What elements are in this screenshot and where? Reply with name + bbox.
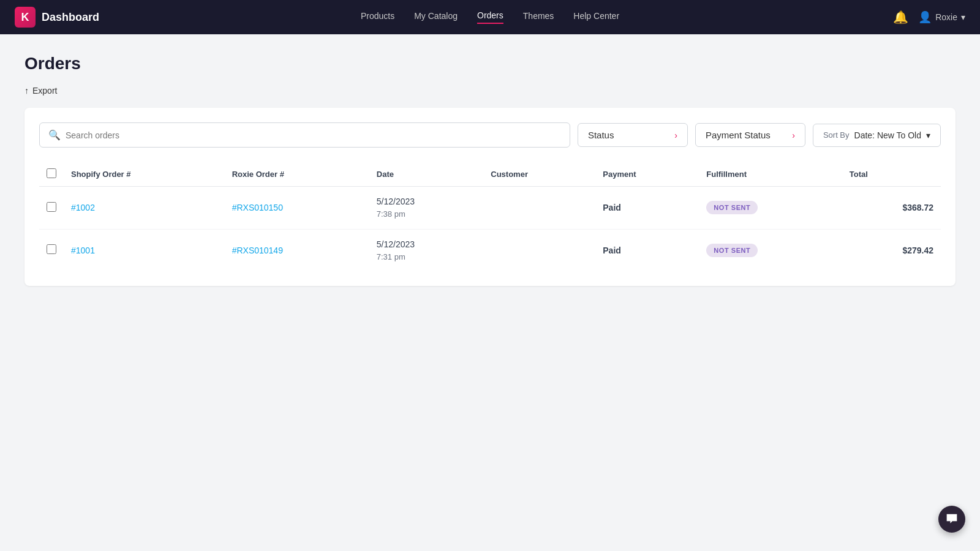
nav-orders[interactable]: Orders xyxy=(477,10,503,24)
user-menu[interactable]: 👤 Roxie ▾ xyxy=(918,10,965,24)
row-1-shopify-order-link[interactable]: #1002 xyxy=(71,203,95,212)
page-title: Orders xyxy=(24,54,956,73)
row-1-checkbox-cell xyxy=(39,187,64,230)
row-2-total: $279.42 xyxy=(842,229,941,271)
sort-dropdown[interactable]: Sort By Date: New To Old ▾ xyxy=(813,124,941,147)
row-2-customer xyxy=(483,229,595,271)
row-2-date: 5/12/2023 7:31 pm xyxy=(369,229,484,271)
payment-status-filter-label: Payment Status xyxy=(706,130,771,140)
brand-name: Dashboard xyxy=(42,11,99,24)
user-menu-chevron-icon: ▾ xyxy=(961,12,965,22)
search-icon: 🔍 xyxy=(48,129,61,141)
sort-value: Date: New To Old xyxy=(854,130,921,140)
col-roxie-order: Roxie Order # xyxy=(225,162,369,187)
export-button[interactable]: ↑ Export xyxy=(24,86,57,96)
search-box[interactable]: 🔍 xyxy=(39,122,570,148)
sort-by-label: Sort By xyxy=(823,130,850,140)
row-2-checkbox-cell xyxy=(39,229,64,271)
col-payment: Payment xyxy=(595,162,699,187)
navbar-right: 🔔 👤 Roxie ▾ xyxy=(893,10,965,24)
page-content: Orders ↑ Export 🔍 Status › Payment Statu… xyxy=(0,34,980,305)
row-1-date-time: 7:38 pm xyxy=(377,208,477,220)
col-total: Total xyxy=(842,162,941,187)
row-1-shopify-order: #1002 xyxy=(64,187,225,230)
orders-card: 🔍 Status › Payment Status › Sort By Date… xyxy=(24,108,956,286)
toolbar: ↑ Export xyxy=(24,86,956,96)
status-filter-arrow-icon: › xyxy=(674,130,677,140)
select-all-header xyxy=(39,162,64,187)
col-fulfillment: Fulfillment xyxy=(699,162,842,187)
brand-logo: K xyxy=(15,7,36,28)
navbar: K Dashboard Products My Catalog Orders T… xyxy=(0,0,980,34)
row-1-customer xyxy=(483,187,595,230)
table-header-row: Shopify Order # Roxie Order # Date Custo… xyxy=(39,162,941,187)
main-nav: Products My Catalog Orders Themes Help C… xyxy=(361,10,619,24)
col-shopify-order: Shopify Order # xyxy=(64,162,225,187)
select-all-checkbox[interactable] xyxy=(47,168,56,178)
status-filter-label: Status xyxy=(588,130,614,140)
payment-status-filter-button[interactable]: Payment Status › xyxy=(695,123,805,147)
row-1-fulfillment-badge: NOT SENT xyxy=(706,201,758,214)
chat-button[interactable] xyxy=(938,506,965,533)
nav-help-center[interactable]: Help Center xyxy=(573,11,619,23)
chat-icon xyxy=(946,513,958,525)
row-2-fulfillment: NOT SENT xyxy=(699,229,842,271)
nav-themes[interactable]: Themes xyxy=(523,11,554,23)
nav-products[interactable]: Products xyxy=(361,11,394,23)
user-name: Roxie xyxy=(935,12,957,22)
col-customer: Customer xyxy=(483,162,595,187)
row-2-payment: Paid xyxy=(595,229,699,271)
row-2-roxie-order: #RXS010149 xyxy=(225,229,369,271)
row-1-checkbox[interactable] xyxy=(47,202,56,212)
status-filter-button[interactable]: Status › xyxy=(578,123,688,147)
row-2-date-time: 7:31 pm xyxy=(377,251,477,263)
row-1-payment: Paid xyxy=(595,187,699,230)
notifications-icon[interactable]: 🔔 xyxy=(893,10,908,24)
orders-table: Shopify Order # Roxie Order # Date Custo… xyxy=(39,162,941,271)
row-2-roxie-order-link[interactable]: #RXS010149 xyxy=(232,246,283,255)
brand-link[interactable]: K Dashboard xyxy=(15,7,99,28)
row-1-total: $368.72 xyxy=(842,187,941,230)
search-input[interactable] xyxy=(66,130,561,140)
row-2-date-main: 5/12/2023 xyxy=(377,238,477,251)
user-avatar-icon: 👤 xyxy=(918,10,932,24)
row-1-fulfillment: NOT SENT xyxy=(699,187,842,230)
row-1-date: 5/12/2023 7:38 pm xyxy=(369,187,484,230)
row-2-shopify-order-link[interactable]: #1001 xyxy=(71,246,95,255)
nav-my-catalog[interactable]: My Catalog xyxy=(414,11,458,23)
export-label: Export xyxy=(32,86,57,96)
row-2-fulfillment-badge: NOT SENT xyxy=(706,244,758,257)
row-2-checkbox[interactable] xyxy=(47,244,56,254)
export-icon: ↑ xyxy=(24,86,29,96)
row-1-roxie-order-link[interactable]: #RXS010150 xyxy=(232,203,283,212)
col-date: Date xyxy=(369,162,484,187)
sort-chevron-icon: ▾ xyxy=(926,130,930,140)
table-row: #1002 #RXS010150 5/12/2023 7:38 pm Paid … xyxy=(39,187,941,230)
payment-status-filter-arrow-icon: › xyxy=(792,130,795,140)
row-1-roxie-order: #RXS010150 xyxy=(225,187,369,230)
row-2-shopify-order: #1001 xyxy=(64,229,225,271)
filters-row: 🔍 Status › Payment Status › Sort By Date… xyxy=(39,122,941,148)
row-1-date-main: 5/12/2023 xyxy=(377,195,477,208)
table-row: #1001 #RXS010149 5/12/2023 7:31 pm Paid … xyxy=(39,229,941,271)
